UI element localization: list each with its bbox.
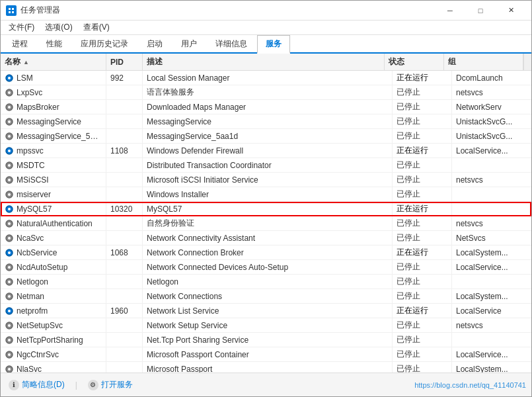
svg-point-19	[8, 179, 11, 181]
table-row[interactable]: Netman Network Connections 已停止 LocalSyst…	[1, 289, 531, 304]
open-services-button[interactable]: ⚙ 打开服务	[85, 378, 135, 392]
service-icon	[5, 73, 14, 83]
table-row[interactable]: netprofm 1960 Network List Service 正在运行 …	[1, 304, 531, 318]
service-icon	[5, 103, 14, 112]
table-row[interactable]: NgcCtnrSvc Microsoft Passport Container …	[1, 347, 531, 362]
cell-status: 已停止	[393, 362, 452, 373]
table-row[interactable]: NetSetupSvc Network Setup Service 已停止 ne…	[1, 318, 531, 333]
service-icon	[5, 117, 14, 126]
table-row[interactable]: NlaSvc Microsoft Passport 已停止 LocalSyste…	[1, 362, 531, 373]
service-icon	[5, 306, 14, 316]
table-row[interactable]: NcbService 1068 Network Connection Broke…	[1, 245, 531, 260]
col-status[interactable]: 状态	[385, 54, 444, 70]
table-row[interactable]: MySQL57 10320 MySQL57 正在运行	[1, 202, 531, 216]
cell-pid	[106, 114, 143, 128]
cell-group: UnistackSvcG...	[452, 114, 531, 128]
cell-desc: 语言体验服务	[143, 85, 393, 99]
cell-name: MSDTC	[1, 158, 106, 172]
col-name[interactable]: 名称 ▲	[1, 54, 106, 70]
cell-name: NetTcpPortSharing	[1, 333, 106, 347]
cell-group	[452, 202, 531, 216]
svg-rect-2	[9, 11, 11, 13]
table-row[interactable]: LSM 992 Local Session Manager 正在运行 DcomL…	[1, 71, 531, 85]
table-row[interactable]: NetTcpPortSharing Net.Tcp Port Sharing S…	[1, 333, 531, 347]
table-row[interactable]: MessagingService_5aa1d MessagingService_…	[1, 129, 531, 144]
cell-group: NetSvcs	[452, 231, 531, 245]
cell-status: 已停止	[393, 216, 452, 230]
cell-desc: Netlogon	[143, 275, 393, 288]
cell-status: 已停止	[393, 231, 452, 245]
table-row[interactable]: msiserver Windows Installer 已停止	[1, 187, 531, 202]
cell-name: mpssvc	[1, 144, 106, 157]
menu-options[interactable]: 选项(O)	[40, 21, 77, 34]
minimize-button[interactable]: ─	[435, 1, 465, 21]
service-icon	[5, 161, 14, 170]
table-row[interactable]: MSiSCSI Microsoft iSCSI Initiator Servic…	[1, 173, 531, 187]
menu-view[interactable]: 查看(V)	[78, 21, 115, 34]
table-row[interactable]: NcdAutoSetup Network Connected Devices A…	[1, 260, 531, 275]
service-icon	[5, 234, 14, 243]
scrollbar-header-spacer	[523, 54, 531, 70]
svg-point-23	[8, 208, 11, 210]
close-button[interactable]: ✕	[496, 1, 526, 21]
svg-point-15	[8, 150, 11, 152]
col-pid[interactable]: PID	[106, 54, 143, 70]
tab-startup[interactable]: 启动	[138, 35, 171, 52]
cell-group: LocalSystem...	[452, 245, 531, 259]
cell-pid	[106, 275, 143, 288]
service-icon	[5, 263, 14, 272]
table-row[interactable]: mpssvc 1108 Windows Defender Firewall 正在…	[1, 144, 531, 158]
col-group[interactable]: 组	[444, 54, 523, 70]
cell-group: UnistackSvcG...	[452, 129, 531, 143]
cell-pid	[106, 85, 143, 99]
svg-point-7	[8, 91, 11, 94]
table-row[interactable]: MapsBroker Downloaded Maps Manager 已停止 N…	[1, 100, 531, 114]
cell-group	[452, 158, 531, 172]
cell-name: NcaSvc	[1, 231, 106, 245]
cell-pid: 992	[106, 71, 143, 85]
title-bar: 任务管理器 ─ □ ✕	[1, 1, 531, 21]
service-icon	[5, 175, 14, 185]
maximize-button[interactable]: □	[465, 1, 496, 21]
table-row[interactable]: LxpSvc 语言体验服务 已停止 netsvcs	[1, 85, 531, 100]
cell-desc: Net.Tcp Port Sharing Service	[143, 333, 393, 347]
cell-status: 正在运行	[393, 245, 452, 259]
cell-pid: 1960	[106, 304, 143, 318]
svg-point-27	[8, 237, 11, 240]
svg-point-37	[8, 310, 11, 312]
svg-point-5	[8, 77, 11, 79]
cell-pid	[106, 158, 143, 172]
cell-name: NcdAutoSetup	[1, 260, 106, 274]
table-row[interactable]: Netlogon Netlogon 已停止	[1, 275, 531, 289]
tab-app-history[interactable]: 应用历史记录	[72, 35, 137, 52]
tab-performance[interactable]: 性能	[38, 35, 71, 52]
cell-name: MessagingService	[1, 114, 106, 128]
cell-desc: Network Connection Broker	[143, 245, 393, 259]
cell-pid	[106, 260, 143, 274]
table-row[interactable]: MSDTC Distributed Transaction Coordinato…	[1, 158, 531, 173]
window-controls: ─ □ ✕	[435, 1, 526, 21]
tab-details[interactable]: 详细信息	[207, 35, 256, 52]
cell-name: MSiSCSI	[1, 173, 106, 187]
menu-bar: 文件(F) 选项(O) 查看(V)	[1, 21, 531, 35]
service-icon	[5, 292, 14, 301]
col-desc[interactable]: 描述	[143, 54, 385, 70]
cell-group: LocalService...	[452, 144, 531, 157]
tab-process[interactable]: 进程	[3, 35, 36, 52]
table-body[interactable]: LSM 992 Local Session Manager 正在运行 DcomL…	[1, 71, 531, 373]
tab-services[interactable]: 服务	[257, 35, 290, 54]
menu-file[interactable]: 文件(F)	[3, 21, 40, 34]
table-row[interactable]: NcaSvc Network Connectivity Assistant 已停…	[1, 231, 531, 245]
cell-desc: MySQL57	[143, 202, 393, 216]
tabs-bar: 进程 性能 应用历史记录 启动 用户 详细信息 服务	[1, 35, 531, 54]
cell-desc: Microsoft iSCSI Initiator Service	[143, 173, 393, 187]
cell-desc: Local Session Manager	[143, 71, 393, 85]
table-row[interactable]: MessagingService MessagingService 已停止 Un…	[1, 114, 531, 129]
tab-users[interactable]: 用户	[172, 35, 206, 52]
table-row[interactable]: NaturalAuthentication 自然身份验证 已停止 netsvcs	[1, 216, 531, 231]
cell-pid	[106, 333, 143, 347]
cell-desc: MessagingService	[143, 114, 393, 128]
service-icon	[5, 365, 14, 373]
service-icon	[5, 146, 14, 155]
summary-info-button[interactable]: ℹ 简略信息(D)	[6, 378, 67, 392]
